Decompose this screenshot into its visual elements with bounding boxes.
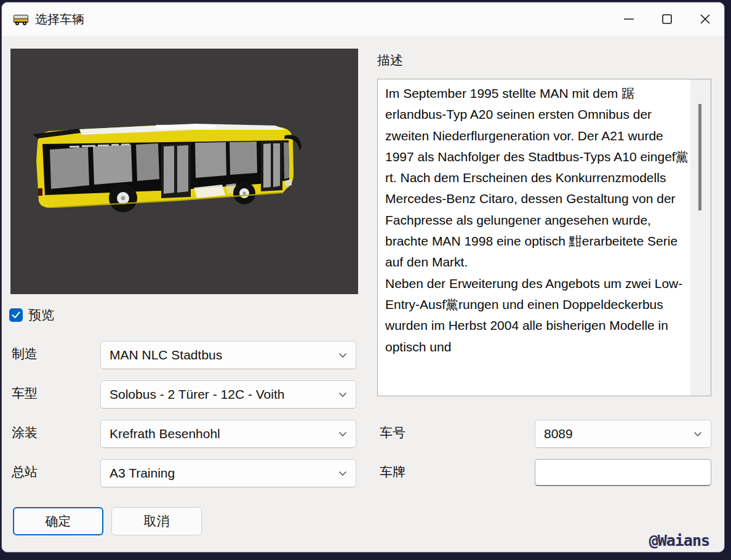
livery-value: Krefrath Besenhohl	[110, 426, 220, 441]
depot-select[interactable]: A3 Training	[100, 459, 356, 487]
description-text: Im September 1995 stellte MAN mit dem 踞e…	[385, 83, 692, 393]
close-icon	[699, 13, 711, 25]
chevron-down-icon	[338, 431, 347, 437]
window-title: 选择车辆	[35, 11, 84, 28]
fleet-number-label: 车号	[380, 424, 405, 441]
bus-render	[10, 49, 358, 294]
maximize-icon	[661, 13, 673, 25]
depot-label: 总站	[12, 463, 38, 481]
maximize-button[interactable]	[648, 2, 686, 36]
chevron-down-icon	[338, 353, 347, 358]
titlebar: 选择车辆	[2, 2, 724, 36]
model-value: Solobus - 2 Türer - 12C - Voith	[110, 387, 284, 402]
fleet-number-value: 8089	[544, 426, 573, 441]
select-vehicle-dialog: 选择车辆	[1, 2, 725, 553]
license-plate-input[interactable]	[535, 459, 711, 486]
chevron-down-icon	[338, 471, 347, 476]
minimize-icon	[623, 13, 635, 25]
preview-checkbox[interactable]	[9, 308, 23, 322]
ok-button-label: 确定	[46, 513, 71, 530]
model-label: 车型	[12, 385, 38, 402]
preview-checkbox-label: 预览	[28, 306, 54, 324]
vehicle-preview-image	[10, 49, 358, 294]
manufacturer-select[interactable]: MAN NLC Stadtbus	[100, 341, 356, 369]
scrollbar-thumb[interactable]	[698, 104, 701, 210]
description-scrollbar[interactable]	[690, 79, 711, 396]
manufacturer-label: 制造	[12, 345, 38, 362]
window-controls	[610, 2, 724, 36]
livery-select[interactable]: Krefrath Besenhohl	[100, 420, 356, 448]
livery-label: 涂装	[12, 424, 38, 441]
model-select[interactable]: Solobus - 2 Türer - 12C - Voith	[100, 380, 356, 409]
fleet-number-select[interactable]: 8089	[535, 420, 711, 448]
watermark: @Waians	[649, 532, 709, 550]
bus-icon	[13, 12, 29, 26]
chevron-down-icon	[693, 431, 702, 437]
preview-checkbox-row: 预览	[9, 306, 54, 324]
minimize-button[interactable]	[610, 2, 648, 36]
close-button[interactable]	[686, 2, 724, 36]
cancel-button-label: 取消	[144, 513, 170, 530]
depot-value: A3 Training	[110, 466, 175, 481]
checkmark-icon	[12, 311, 20, 319]
description-textarea[interactable]: Im September 1995 stellte MAN mit dem 踞e…	[377, 79, 711, 396]
license-plate-label: 车牌	[380, 463, 405, 481]
chevron-down-icon	[338, 392, 347, 398]
cancel-button[interactable]: 取消	[111, 507, 202, 535]
description-label: 描述	[377, 52, 403, 69]
ok-button[interactable]: 确定	[13, 507, 103, 535]
manufacturer-value: MAN NLC Stadtbus	[110, 348, 222, 362]
